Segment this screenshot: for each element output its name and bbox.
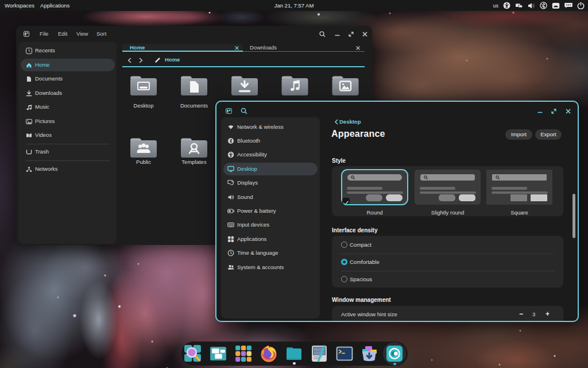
svg-text:Desktop: Desktop	[134, 102, 154, 109]
svg-text:Public: Public	[136, 159, 151, 165]
svg-text:Documents: Documents	[180, 102, 208, 109]
svg-text:Templates: Templates	[181, 159, 207, 165]
